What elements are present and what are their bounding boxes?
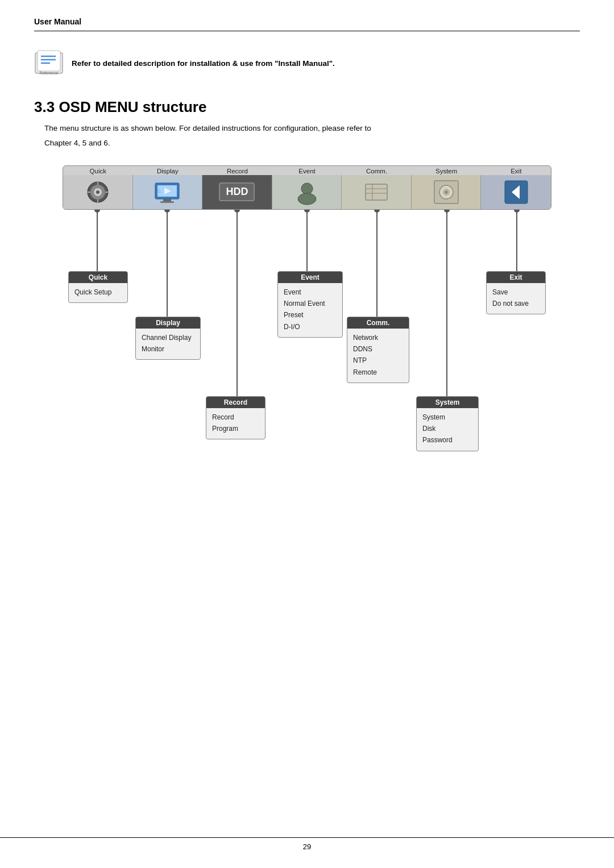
section-number: 3.3 bbox=[34, 98, 55, 115]
svg-point-52 bbox=[444, 210, 450, 213]
osd-diagram: Quick Display Record HDD bbox=[34, 165, 580, 539]
sub-box-content-system: System Disk Password bbox=[417, 408, 478, 451]
menu-tab-display[interactable]: Display bbox=[133, 166, 203, 209]
svg-point-48 bbox=[164, 210, 170, 213]
svg-text:Reference: Reference bbox=[40, 71, 58, 75]
system-item-3: Password bbox=[422, 434, 472, 446]
svg-rect-23 bbox=[366, 184, 387, 200]
tab-label-comm: Comm. bbox=[366, 166, 387, 175]
sub-box-content-comm: Network DDNS NTP Remote bbox=[347, 329, 409, 383]
menu-tab-quick[interactable]: Quick bbox=[63, 166, 133, 209]
svg-point-22 bbox=[298, 193, 316, 205]
comm-item-2: DDNS bbox=[353, 343, 403, 355]
svg-point-49 bbox=[234, 210, 240, 213]
svg-rect-17 bbox=[160, 201, 174, 203]
svg-point-30 bbox=[445, 190, 447, 193]
tab-icon-quick bbox=[63, 175, 133, 209]
tab-icon-comm bbox=[342, 175, 412, 209]
tab-label-record: Record bbox=[227, 166, 248, 175]
record-item-1: Record bbox=[212, 412, 259, 423]
sub-box-display: Display Channel Display Monitor bbox=[135, 317, 201, 360]
sub-box-header-system: System bbox=[417, 397, 478, 408]
reference-icon: Reference bbox=[34, 48, 64, 78]
reference-note: Reference Refer to detailed description … bbox=[34, 48, 580, 78]
tab-label-exit: Exit bbox=[511, 166, 521, 175]
diagram-area: Quick Quick Setup Display Channel Displa… bbox=[63, 210, 551, 539]
sub-box-record: Record Record Program bbox=[206, 396, 265, 440]
sub-box-header-quick: Quick bbox=[69, 272, 127, 283]
sub-box-comm: Comm. Network DDNS NTP Remote bbox=[347, 317, 409, 384]
tab-icon-event bbox=[272, 175, 342, 209]
tab-icon-record: HDD bbox=[202, 175, 272, 209]
reference-text: Refer to detailed description for instal… bbox=[72, 59, 335, 68]
event-item-3: Preset bbox=[284, 309, 337, 321]
menu-tab-record[interactable]: Record HDD bbox=[202, 166, 272, 209]
header-title: User Manual bbox=[34, 17, 81, 26]
sub-box-content-quick: Quick Setup bbox=[69, 283, 127, 302]
display-item-1: Channel Display bbox=[142, 332, 194, 343]
sub-box-header-record: Record bbox=[206, 397, 265, 408]
sub-box-exit: Exit Save Do not save bbox=[486, 271, 546, 315]
tab-icon-exit bbox=[481, 175, 551, 209]
record-item-2: Program bbox=[212, 423, 259, 434]
sub-box-event: Event Event Normal Event Preset D-I/O bbox=[277, 271, 343, 338]
menu-tab-exit[interactable]: Exit bbox=[481, 166, 551, 209]
sub-box-header-exit: Exit bbox=[487, 272, 545, 283]
system-item-2: Disk bbox=[422, 423, 472, 434]
sub-box-header-event: Event bbox=[278, 272, 342, 283]
svg-point-47 bbox=[94, 210, 100, 213]
exit-item-1: Save bbox=[492, 286, 540, 298]
sub-box-header-comm: Comm. bbox=[347, 317, 409, 329]
tab-icon-system bbox=[412, 175, 482, 209]
sub-box-system: System System Disk Password bbox=[416, 396, 479, 451]
svg-point-50 bbox=[304, 210, 310, 213]
section-desc-1: The menu structure is as shown below. Fo… bbox=[44, 123, 580, 134]
menu-tab-comm[interactable]: Comm. bbox=[342, 166, 412, 209]
menu-bar: Quick Display Record HDD bbox=[63, 165, 551, 210]
sub-box-content-exit: Save Do not save bbox=[487, 283, 545, 314]
section-desc-2: Chapter 4, 5 and 6. bbox=[44, 138, 580, 149]
sub-box-content-display: Channel Display Monitor bbox=[136, 329, 200, 360]
header: User Manual bbox=[34, 17, 580, 31]
svg-rect-1 bbox=[38, 51, 60, 71]
section-heading: 3.3 OSD MENU structure bbox=[34, 98, 580, 116]
footer: 29 bbox=[0, 837, 614, 851]
comm-item-1: Network bbox=[353, 332, 403, 343]
svg-point-53 bbox=[514, 210, 520, 213]
section-title: OSD MENU structure bbox=[59, 98, 206, 115]
display-item-2: Monitor bbox=[142, 343, 194, 355]
diagram-lines bbox=[63, 210, 551, 539]
tab-label-display: Display bbox=[157, 166, 179, 175]
quick-item-1: Quick Setup bbox=[74, 286, 122, 298]
tab-icon-display bbox=[133, 175, 203, 209]
comm-item-4: Remote bbox=[353, 367, 403, 378]
sub-box-header-display: Display bbox=[136, 317, 200, 329]
system-item-1: System bbox=[422, 412, 472, 423]
event-item-4: D-I/O bbox=[284, 321, 337, 333]
menu-tab-system[interactable]: System bbox=[412, 166, 482, 209]
event-item-2: Normal Event bbox=[284, 298, 337, 309]
page-number: 29 bbox=[303, 842, 311, 851]
svg-point-9 bbox=[96, 190, 99, 194]
svg-point-21 bbox=[301, 183, 313, 194]
event-item-1: Event bbox=[284, 286, 337, 298]
sub-box-quick: Quick Quick Setup bbox=[68, 271, 128, 303]
sub-box-content-event: Event Normal Event Preset D-I/O bbox=[278, 283, 342, 338]
tab-label-event: Event bbox=[298, 166, 315, 175]
svg-rect-16 bbox=[163, 199, 171, 201]
tab-label-quick: Quick bbox=[90, 166, 106, 175]
comm-item-3: NTP bbox=[353, 355, 403, 366]
svg-point-51 bbox=[374, 210, 380, 213]
tab-label-system: System bbox=[435, 166, 457, 175]
sub-box-content-record: Record Program bbox=[206, 408, 265, 439]
exit-item-2: Do not save bbox=[492, 298, 540, 309]
menu-tab-event[interactable]: Event bbox=[272, 166, 342, 209]
